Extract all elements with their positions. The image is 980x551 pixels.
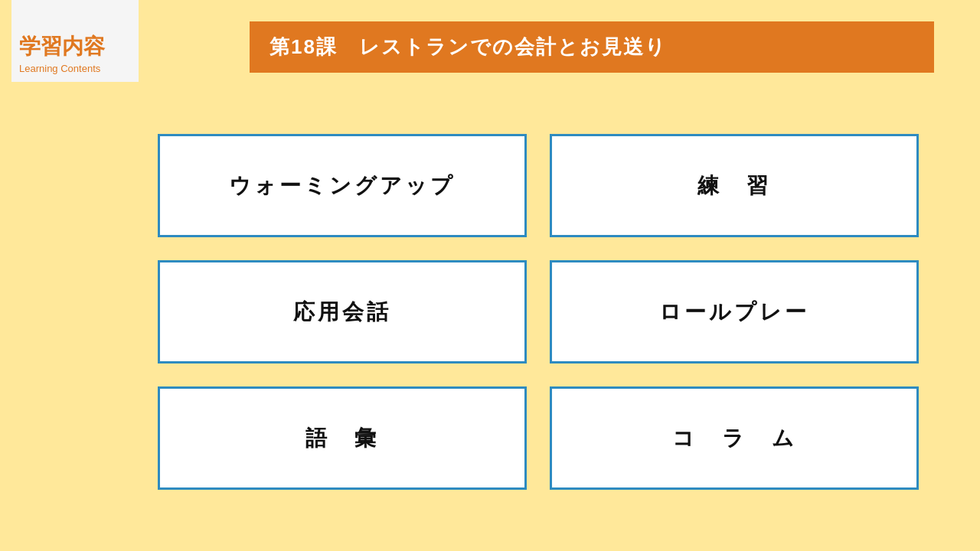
button-role-play[interactable]: ロールプレー [550,260,919,364]
main-content: 第18課 レストランでの会計とお見送り ウォーミングアップ練 習応用会話ロールプ… [150,0,980,551]
button-column[interactable]: コ ラ ム [550,386,919,490]
sidebar-label-box: 学習内容 Learning Contents [11,23,139,82]
sidebar-label-english: Learning Contents [19,63,131,74]
button-practice[interactable]: 練 習 [550,134,919,237]
sidebar-label-japanese: 学習内容 [19,32,131,61]
button-warming-up[interactable]: ウォーミングアップ [158,134,527,237]
lesson-title: 第18課 レストランでの会計とお見送り [270,35,667,58]
button-vocabulary[interactable]: 語 彙 [158,386,527,490]
buttons-grid: ウォーミングアップ練 習応用会話ロールプレー語 彙コ ラ ム [150,119,980,551]
sidebar-top-decoration [11,0,139,23]
lesson-title-bar: 第18課 レストランでの会計とお見送り [250,21,934,73]
button-applied-conversation[interactable]: 応用会話 [158,260,527,364]
sidebar: 学習内容 Learning Contents [0,0,150,551]
